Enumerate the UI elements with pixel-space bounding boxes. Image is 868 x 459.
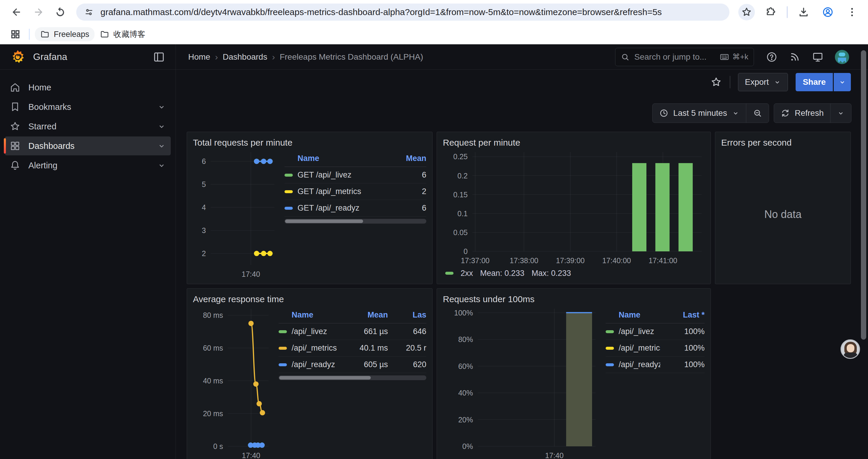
sidebar-item-bookmarks[interactable]: Bookmarks (5, 97, 171, 117)
time-range-picker[interactable]: Last 5 minutes (653, 104, 746, 123)
svg-text:17:39:00: 17:39:00 (556, 256, 585, 265)
bookmark-label: 收藏博客 (114, 29, 145, 40)
legend-row[interactable]: GET /api/_livez6 (284, 167, 426, 184)
legend-col-last[interactable]: Last * (660, 310, 705, 320)
apps-grid-icon[interactable] (10, 29, 21, 40)
grafana-logo-icon (10, 49, 25, 65)
help-icon[interactable] (766, 51, 778, 63)
legend-scrollbar-thumb[interactable] (285, 220, 363, 223)
legend-scrollbar-thumb[interactable] (279, 376, 371, 380)
panel-title[interactable]: Total requests per minute (193, 136, 426, 149)
legend-row[interactable]: /api/_livez100% (606, 323, 705, 340)
panel-title[interactable]: Requests under 100ms (443, 293, 705, 306)
svg-text:60%: 60% (458, 362, 473, 370)
back-icon[interactable] (8, 3, 25, 21)
assistant-avatar[interactable] (840, 339, 860, 359)
breadcrumb-dashboards[interactable]: Dashboards (223, 52, 267, 62)
dashboard-toolbar: Export Share (176, 70, 868, 95)
legend-col-name[interactable]: Name (291, 310, 338, 320)
page-scrollbar[interactable] (861, 50, 866, 340)
panel-title[interactable]: Request per minute (443, 136, 705, 149)
legend-scrollbar[interactable] (279, 375, 426, 380)
svg-text:40 ms: 40 ms (203, 376, 223, 385)
series-name[interactable]: 2xx (461, 269, 473, 278)
legend-inline[interactable]: 2xxMean: 0.233Max: 0.233 (443, 266, 705, 280)
series-color-icon (606, 363, 614, 366)
legend-col-name[interactable]: Name (298, 154, 382, 163)
legend-row[interactable]: /api/_metrics100% (606, 340, 705, 357)
url-text[interactable]: grafana.mathmast.com/d/deytv4rwavabkb/fr… (100, 7, 662, 17)
svg-text:17:38:00: 17:38:00 (509, 256, 538, 265)
series-value: 100% (660, 360, 705, 369)
folder-icon (100, 30, 109, 39)
legend-scrollbar[interactable] (284, 219, 426, 224)
sidebar-item-home[interactable]: Home (5, 78, 171, 97)
sidebar-item-alerting[interactable]: Alerting (5, 156, 171, 175)
svg-text:0.1: 0.1 (457, 209, 468, 218)
legend-row[interactable]: /api/_readyz605 µs620 (279, 357, 426, 373)
profile-icon[interactable] (819, 4, 836, 21)
chevron-down-icon[interactable] (157, 122, 166, 131)
search-input[interactable] (634, 52, 719, 62)
refresh-button[interactable]: Refresh (774, 104, 830, 123)
series-name: /api/_livez (619, 327, 660, 336)
series-color-icon (284, 174, 293, 177)
share-button[interactable]: Share (796, 73, 833, 91)
bookmark-star-icon[interactable] (738, 4, 755, 21)
svg-text:80%: 80% (458, 335, 473, 343)
legend-col-mean[interactable]: Mean (338, 310, 388, 320)
svg-text:17:40: 17:40 (242, 451, 260, 459)
downloads-icon[interactable] (795, 4, 812, 21)
svg-text:2: 2 (202, 249, 206, 258)
extensions-icon[interactable] (763, 4, 779, 21)
panel-title[interactable]: Average response time (193, 293, 426, 306)
legend-row[interactable]: GET /api/_readyz6 (284, 200, 426, 217)
svg-text:60 ms: 60 ms (203, 344, 223, 352)
site-settings-icon[interactable] (84, 7, 94, 17)
series-color-icon (279, 347, 287, 350)
time-controls: Last 5 minutes Refresh (176, 95, 868, 132)
sidebar-item-dashboards[interactable]: Dashboards (5, 136, 171, 155)
url-bar[interactable]: grafana.mathmast.com/d/deytv4rwavabkb/fr… (76, 4, 730, 21)
legend-row[interactable]: GET /api/_metrics2 (284, 184, 426, 200)
panel-requests-under-100ms: Requests under 100ms 100%80%60%40%20%0%1… (437, 288, 711, 459)
chevron-down-icon[interactable] (157, 102, 166, 111)
export-button[interactable]: Export (738, 73, 788, 91)
bookmark-icon (9, 101, 21, 112)
panel-title[interactable]: Errors per second (721, 136, 845, 149)
forward-icon[interactable] (30, 3, 47, 21)
user-avatar[interactable] (835, 50, 849, 64)
favorite-star-icon[interactable] (710, 76, 722, 88)
sidebar-collapse-icon[interactable] (152, 51, 165, 64)
svg-text:80 ms: 80 ms (203, 311, 223, 319)
series-color-icon (284, 207, 293, 210)
sidebar-item-starred[interactable]: Starred (5, 117, 171, 136)
svg-text:17:40:00: 17:40:00 (602, 256, 631, 265)
series-value: 2 (382, 187, 426, 196)
share-menu-button[interactable] (834, 73, 851, 91)
time-range-group: Last 5 minutes (652, 103, 769, 123)
legend-col-las[interactable]: Las (388, 310, 426, 320)
legend-row[interactable]: /api/_readyz100% (606, 357, 705, 373)
reload-icon[interactable] (52, 3, 69, 21)
svg-text:100%: 100% (454, 309, 473, 317)
bookmarks-divider (29, 29, 30, 40)
news-rss-icon[interactable] (789, 51, 801, 63)
legend-row[interactable]: /api/_livez661 µs646 (279, 323, 426, 340)
menu-kebab-icon[interactable] (844, 4, 860, 21)
search-shortcut: ⌘+k (719, 52, 748, 62)
search-box[interactable]: ⌘+k (615, 48, 754, 66)
bookmark-folder-blogs[interactable]: 收藏博客 (95, 27, 151, 42)
chevron-down-icon[interactable] (157, 161, 166, 170)
refresh-interval-button[interactable] (830, 104, 851, 123)
legend-header: NameMean (284, 152, 426, 167)
chevron-down-icon[interactable] (157, 141, 166, 150)
breadcrumb-home[interactable]: Home (188, 52, 210, 62)
legend-col-mean[interactable]: Mean (382, 154, 426, 163)
bookmark-folder-freeleaps[interactable]: Freeleaps (35, 27, 95, 41)
legend-row[interactable]: /api/_metrics40.1 ms20.5 r (279, 340, 426, 357)
series-value: 605 µs (338, 360, 388, 369)
kiosk-monitor-icon[interactable] (812, 51, 824, 63)
legend-col-name[interactable]: Name (619, 310, 660, 320)
zoom-out-button[interactable] (746, 104, 769, 123)
